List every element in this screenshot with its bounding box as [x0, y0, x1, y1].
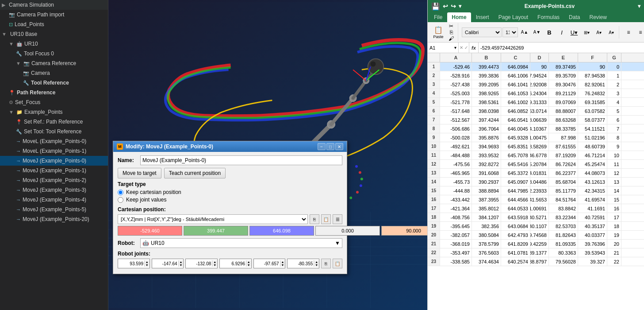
- joint-radio-label[interactable]: Keep joint values: [126, 197, 166, 203]
- teach-current-position-button[interactable]: Teach current position: [164, 168, 226, 178]
- joint1-down[interactable]: ▼: [145, 264, 150, 267]
- cell-e[interactable]: 82.53703: [549, 222, 578, 230]
- joint1-up[interactable]: ▲: [145, 260, 150, 264]
- cell-a[interactable]: -382.057: [440, 231, 472, 239]
- increase-font-button[interactable]: A▲: [519, 27, 530, 38]
- cell-c[interactable]: 646.1006: [501, 71, 530, 80]
- font-color-button[interactable]: A▾: [606, 27, 617, 39]
- sidebar-item-cam-path[interactable]: 📷 Camera Path import: [0, 10, 108, 19]
- sidebar-item-cam-ref[interactable]: ▼ 📷 Camera Reference: [0, 58, 108, 68]
- cell-b[interactable]: 380.5084: [472, 231, 501, 239]
- cell-b[interactable]: 398.9265: [472, 89, 501, 97]
- joint6-up[interactable]: ▲: [314, 260, 319, 264]
- cartesian-radio-label[interactable]: Keep cartesian position: [126, 189, 181, 195]
- cell-c[interactable]: 641.0781: [501, 248, 530, 257]
- cartesian-radio[interactable]: [118, 190, 123, 195]
- sidebar-item-movej-1[interactable]: → MoveJ (Example_Points-1): [0, 166, 108, 175]
- restore-button[interactable]: □: [326, 143, 334, 150]
- cell-d[interactable]: 41.5653: [530, 195, 549, 204]
- tab-review[interactable]: Review: [585, 12, 611, 22]
- joint4-input[interactable]: [220, 259, 246, 268]
- cell-a[interactable]: -465.965: [440, 169, 472, 177]
- cell-c[interactable]: 643.0684: [501, 222, 530, 230]
- cell-a[interactable]: -529.46: [440, 62, 472, 71]
- cell-d[interactable]: 43.04486: [530, 178, 549, 186]
- cell-c[interactable]: 646.1041: [501, 80, 530, 89]
- cell-f[interactable]: 39.53943: [578, 248, 607, 257]
- col-header-f[interactable]: F: [578, 53, 607, 62]
- col-header-c[interactable]: C: [501, 53, 530, 62]
- cell-e[interactable]: 89.35709: [549, 71, 578, 80]
- sidebar-item-set-tool-ref[interactable]: 🔧 Set Tool: Tool Reference: [0, 127, 108, 136]
- cell-e[interactable]: 85.11779: [549, 186, 578, 195]
- cell-g[interactable]: 1: [607, 71, 621, 80]
- cell-e[interactable]: 89.07069: [549, 98, 578, 106]
- cell-d[interactable]: 46.6778: [530, 151, 549, 159]
- table-row[interactable]: 6 -517.648 398.0398 646.0852 63.0714 88.…: [428, 107, 644, 116]
- cell-e[interactable]: 89.21129: [549, 89, 578, 97]
- cell-b[interactable]: 398.0398: [472, 107, 501, 115]
- copy-button[interactable]: ⎘: [446, 29, 456, 35]
- robot-select[interactable]: 🤖 UR10 ▼: [140, 238, 342, 248]
- coord-ry-input[interactable]: [381, 226, 427, 236]
- table-row[interactable]: 3 -527.438 399.2095 646.1041 82.92008 89…: [428, 80, 644, 89]
- cell-d[interactable]: 42.23933: [530, 186, 549, 195]
- cell-g[interactable]: 0: [607, 62, 621, 71]
- col-header-g[interactable]: G: [607, 53, 621, 62]
- excel-dropdown-icon[interactable]: ▾: [638, 3, 640, 9]
- cell-f[interactable]: 39.76396: [578, 240, 607, 248]
- cell-g[interactable]: 17: [607, 213, 621, 221]
- cell-b[interactable]: 395.8876: [472, 133, 501, 142]
- cell-a[interactable]: -368.019: [440, 240, 472, 248]
- joint6-down[interactable]: ▼: [314, 264, 319, 267]
- cell-c[interactable]: 645.8351: [501, 142, 530, 151]
- sidebar-item-movej-0[interactable]: → MoveJ (Example_Points-0): [0, 156, 108, 166]
- cell-c[interactable]: 642.4793: [501, 231, 530, 239]
- paste-button[interactable]: 📋 Paste: [431, 27, 445, 38]
- undo-icon[interactable]: ↩: [443, 3, 448, 10]
- cell-c[interactable]: 645.5416: [501, 160, 530, 168]
- sidebar-item-movej-4[interactable]: → MoveJ (Example_Points-4): [0, 195, 108, 205]
- cell-d[interactable]: 87.94524: [530, 71, 549, 80]
- cell-f[interactable]: 45.25474: [578, 160, 607, 168]
- cell-f[interactable]: 40.03377: [578, 231, 607, 239]
- cell-e[interactable]: 81.82643: [549, 231, 578, 239]
- coords-copy-button[interactable]: ⎘: [310, 214, 319, 224]
- cell-g[interactable]: 16: [607, 204, 621, 213]
- sidebar-item-set-ref-path[interactable]: 📍 Set Ref.: Path Reference: [0, 117, 108, 127]
- bold-button[interactable]: B: [544, 27, 555, 39]
- cell-b[interactable]: 378.5799: [472, 240, 501, 248]
- tab-formulas[interactable]: Formulas: [533, 12, 564, 22]
- cell-d[interactable]: 40.5271: [530, 213, 549, 221]
- sidebar-item-set-focus[interactable]: ⚙ Set_Focus: [0, 97, 108, 107]
- table-row[interactable]: 10 -492.621 394.9693 645.8351 48.58269 8…: [428, 142, 644, 151]
- joints-paste-button[interactable]: 📋: [333, 259, 342, 268]
- table-row[interactable]: 23 -338.585 374.4634 640.2574 38.8797 79…: [428, 257, 644, 266]
- cell-c[interactable]: 646.1002: [501, 98, 530, 106]
- cell-b[interactable]: 376.5603: [472, 248, 501, 257]
- cell-a[interactable]: -521.778: [440, 98, 472, 106]
- table-row[interactable]: 14 -455.73 390.2937 645.0907 43.04486 85…: [428, 178, 644, 186]
- 3d-viewport[interactable]: M Modify: MoveJ (Example_Points-0) − □ ✕…: [108, 0, 427, 310]
- table-row[interactable]: 17 -421.364 385.8012 644.0533 41.00691 8…: [428, 204, 644, 213]
- table-row[interactable]: 13 -465.965 391.6068 645.3372 44.01831 8…: [428, 169, 644, 178]
- cell-g[interactable]: 18: [607, 222, 621, 230]
- cell-f[interactable]: 63.07582: [578, 107, 607, 115]
- cell-a[interactable]: -475.56: [440, 160, 472, 168]
- joint4-up[interactable]: ▲: [246, 260, 251, 264]
- cell-f[interactable]: 87.94538: [578, 71, 607, 80]
- cell-c[interactable]: 641.8209: [501, 240, 530, 248]
- cell-f[interactable]: 39.327: [578, 257, 607, 266]
- align-left-button[interactable]: ≡: [623, 27, 634, 38]
- table-row[interactable]: 11 -484.488 393.9532 645.7078 46.6778 87…: [428, 151, 644, 160]
- cell-c[interactable]: 645.9328: [501, 133, 530, 142]
- joint5-up[interactable]: ▲: [280, 260, 285, 264]
- coords-format-select[interactable]: [X,Y,Z]mm | Rot[X',Y',Z'']deg - Stäubli/…: [118, 214, 308, 224]
- cell-b[interactable]: 399.3836: [472, 71, 501, 80]
- cell-c[interactable]: 646.0984: [501, 62, 530, 71]
- cell-d[interactable]: 41.00691: [530, 204, 549, 213]
- coord-y-input[interactable]: [184, 226, 248, 236]
- cell-a[interactable]: -492.621: [440, 142, 472, 151]
- cell-b[interactable]: 391.6068: [472, 169, 501, 177]
- cell-e[interactable]: 84.51764: [549, 195, 578, 204]
